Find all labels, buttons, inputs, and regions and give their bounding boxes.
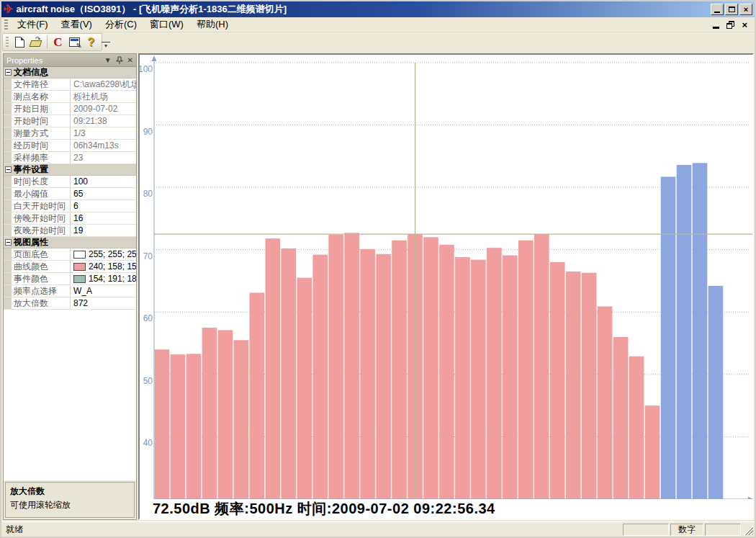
minimize-button[interactable] [711,4,724,15]
color-swatch [73,251,86,259]
minimize-icon [714,12,720,13]
window-title: aircraft noise（ISO3891） - [飞机噪声分析1-1836二… [16,3,711,16]
property-section-header[interactable]: 视图属性 [4,237,136,248]
row-indent [4,127,12,139]
row-indent [4,176,12,187]
property-value[interactable]: 65 [71,188,136,199]
chevron-down-icon[interactable]: ▼ [104,57,112,64]
property-row: 采样频率23 [4,152,136,164]
row-indent [4,285,12,297]
spectrum-chart[interactable]: 100908070605040 [140,55,754,499]
property-label: 文件路径 [12,79,71,90]
property-section-header[interactable]: 文档信息 [4,67,136,79]
title-bar: ✈ aircraft noise（ISO3891） - [飞机噪声分析1-183… [1,1,755,17]
property-row: 开始时间09:21:38 [4,115,136,127]
property-label: 开始时间 [12,115,71,127]
row-indent [4,103,12,115]
property-value[interactable]: 6 [71,200,136,212]
property-label: 经历时间 [12,140,71,151]
row-indent [4,297,12,309]
mdi-restore-button[interactable] [726,21,734,29]
spectrum-chart-window: 100908070605040 72.50dB 频率:500Hz 时间:2009… [138,53,754,520]
property-row: 事件颜色154; 191; 18 [4,273,136,285]
svg-text:60: 60 [143,313,153,323]
property-value[interactable]: 255; 255; 25 [71,248,136,260]
status-ready-text: 就绪 [6,524,621,536]
property-row: 放大倍数872 [4,297,136,310]
property-value[interactable]: 100 [71,176,136,187]
mdi-close-button[interactable]: × [742,21,747,29]
property-row: 白天开始时间6 [4,200,136,212]
property-value[interactable]: 23 [71,152,136,163]
property-value[interactable]: 240; 158; 15 [71,261,136,272]
collapse-icon[interactable] [5,69,12,76]
property-label: 放大倍数 [12,297,71,309]
property-label: 测量方式 [12,127,71,139]
property-value[interactable]: 16 [71,212,136,224]
status-cell-1 [623,524,669,536]
property-value[interactable]: 1/3 [71,127,136,139]
menu-view[interactable]: 查看(V) [55,17,99,32]
properties-sheet-icon [69,37,80,47]
help-button[interactable]: ? [83,35,99,50]
property-label: 最小阈值 [12,188,71,199]
property-section-header[interactable]: 事件设置 [4,164,136,176]
close-icon[interactable]: ✕ [127,57,133,64]
property-value[interactable]: 19 [71,225,136,236]
toolbar-overflow-button[interactable]: ▾ [102,42,110,50]
mdi-minimize-button[interactable] [713,27,719,29]
row-indent [4,115,12,127]
analysis-c-button[interactable]: C [50,35,66,50]
svg-text:100: 100 [140,64,153,74]
property-description-text: 可使用滚轮缩放 [10,499,130,511]
menu-grip[interactable] [4,19,8,30]
property-label: 采样频率 [12,152,71,163]
menu-file[interactable]: 文件(F) [11,17,55,32]
property-label: 傍晚开始时间 [12,212,71,224]
property-row: 傍晚开始时间16 [4,212,136,225]
row-indent [4,188,12,199]
pin-icon[interactable] [116,56,123,64]
properties-sheet-button[interactable] [66,35,83,50]
menu-window[interactable]: 窗口(W) [143,17,190,32]
menu-bar: 文件(F) 查看(V) 分析(C) 窗口(W) 帮助(H) × [1,17,755,32]
property-label: 夜晚开始时间 [12,225,71,236]
new-document-button[interactable] [12,35,28,50]
open-folder-icon: ↷ [30,38,42,47]
property-description-title: 放大倍数 [10,485,130,498]
question-mark-icon: ? [88,36,95,49]
open-file-button[interactable]: ↷ [28,35,45,50]
property-section-title: 文档信息 [14,66,48,79]
property-value[interactable]: 06h34m13s [71,140,136,151]
close-button[interactable]: × [739,4,752,15]
collapse-icon[interactable] [5,166,12,173]
app-window: ✈ aircraft noise（ISO3891） - [飞机噪声分析1-183… [0,0,756,538]
property-row: 测点名称栎社机场 [4,91,136,103]
menu-analysis[interactable]: 分析(C) [99,17,143,32]
property-row: 频率点选择W_A [4,285,136,297]
collapse-icon[interactable] [5,239,12,246]
property-value[interactable]: C:\awa6298\机场 [71,79,136,90]
property-value[interactable]: 栎社机场 [71,91,136,102]
property-label: 曲线颜色 [12,261,71,272]
property-value[interactable]: 09:21:38 [71,115,136,127]
property-section-title: 视图属性 [14,236,48,248]
property-label: 测点名称 [12,91,71,102]
property-label: 事件颜色 [12,273,71,284]
property-label: 页面底色 [12,248,71,260]
maximize-button[interactable] [725,4,738,15]
resize-grip[interactable] [742,524,753,535]
property-value[interactable]: 154; 191; 18 [71,273,136,284]
property-row: 开始日期2009-07-02 [4,103,136,115]
property-value[interactable]: 872 [71,297,136,309]
property-value[interactable]: 2009-07-02 [71,103,136,115]
row-indent [4,273,12,284]
toolbar-grip[interactable] [6,37,9,48]
status-cell-2 [705,524,741,536]
property-label: 时间长度 [12,176,71,187]
row-indent [4,248,12,260]
status-bar: 就绪 数字 [1,521,755,537]
property-value[interactable]: W_A [71,285,136,297]
property-row: 文件路径C:\awa6298\机场 [4,79,136,91]
menu-help[interactable]: 帮助(H) [190,17,235,32]
